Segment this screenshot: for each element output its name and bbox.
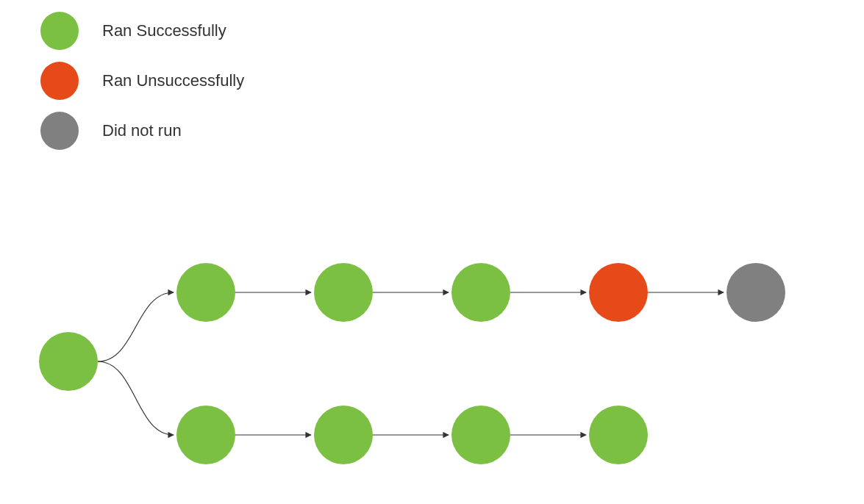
diagram-canvas: Ran Successfully Ran Unsuccessfully Did … bbox=[0, 0, 864, 504]
node-top3 bbox=[451, 263, 510, 322]
flow-diagram bbox=[0, 0, 864, 504]
node-top1 bbox=[176, 263, 235, 322]
node-bot1 bbox=[176, 406, 235, 464]
nodes-layer bbox=[39, 263, 785, 464]
node-bot2 bbox=[314, 406, 373, 464]
node-top4 bbox=[589, 263, 648, 322]
edge-root-to-bot1 bbox=[98, 361, 174, 435]
node-top5 bbox=[726, 263, 785, 322]
node-top2 bbox=[314, 263, 373, 322]
edge-root-to-top1 bbox=[98, 292, 174, 361]
node-bot4 bbox=[589, 406, 648, 464]
node-root bbox=[39, 332, 98, 391]
node-bot3 bbox=[451, 406, 510, 464]
